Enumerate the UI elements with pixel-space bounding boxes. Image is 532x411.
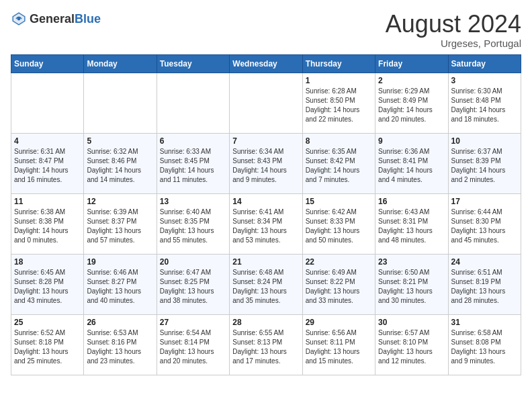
calendar-row: 25Sunrise: 6:52 AM Sunset: 8:18 PM Dayli… [11,314,521,375]
day-number: 20 [160,257,226,267]
col-sunday: Sunday [11,54,84,73]
day-info: Sunrise: 6:42 AM Sunset: 8:33 PM Dayligh… [306,208,372,245]
day-number: 19 [87,257,153,267]
calendar-cell: 26Sunrise: 6:53 AM Sunset: 8:16 PM Dayli… [84,314,157,375]
day-number: 21 [232,257,299,267]
calendar-cell: 31Sunrise: 6:58 AM Sunset: 8:08 PM Dayli… [448,314,521,375]
calendar-cell: 10Sunrise: 6:37 AM Sunset: 8:39 PM Dayli… [448,133,521,193]
calendar-header: Sunday Monday Tuesday Wednesday Thursday… [11,54,521,73]
day-number: 26 [87,318,153,327]
day-number: 29 [306,318,372,327]
title-area: August 2024 Urgeses, Portugal [386,11,521,49]
day-info: Sunrise: 6:39 AM Sunset: 8:37 PM Dayligh… [87,208,153,245]
calendar-cell: 27Sunrise: 6:54 AM Sunset: 8:14 PM Dayli… [157,314,229,375]
day-info: Sunrise: 6:40 AM Sunset: 8:35 PM Dayligh… [160,208,226,245]
calendar-cell: 5Sunrise: 6:32 AM Sunset: 8:46 PM Daylig… [84,133,157,193]
logo-icon [11,11,27,27]
calendar-row: 18Sunrise: 6:45 AM Sunset: 8:28 PM Dayli… [11,254,521,314]
logo-text: GeneralBlue [30,12,101,26]
day-number: 13 [160,197,226,206]
day-info: Sunrise: 6:55 AM Sunset: 8:13 PM Dayligh… [232,328,299,366]
logo-blue: Blue [75,12,101,26]
day-info: Sunrise: 6:53 AM Sunset: 8:16 PM Dayligh… [87,328,153,366]
calendar-cell: 23Sunrise: 6:50 AM Sunset: 8:21 PM Dayli… [375,254,448,314]
day-number: 6 [160,136,226,146]
day-number: 16 [378,197,445,206]
day-info: Sunrise: 6:38 AM Sunset: 8:38 PM Dayligh… [14,208,81,245]
day-number: 2 [378,76,445,85]
calendar-cell: 30Sunrise: 6:57 AM Sunset: 8:10 PM Dayli… [375,314,448,375]
day-info: Sunrise: 6:34 AM Sunset: 8:43 PM Dayligh… [232,147,299,185]
day-info: Sunrise: 6:29 AM Sunset: 8:49 PM Dayligh… [378,87,445,124]
day-info: Sunrise: 6:49 AM Sunset: 8:22 PM Dayligh… [306,268,372,306]
calendar-cell [230,73,302,133]
col-friday: Friday [375,54,448,73]
calendar-cell: 1Sunrise: 6:28 AM Sunset: 8:50 PM Daylig… [302,73,375,133]
calendar-body: 1Sunrise: 6:28 AM Sunset: 8:50 PM Daylig… [11,73,521,375]
day-number: 22 [306,257,372,267]
svg-point-2 [17,17,21,21]
main-title: August 2024 [386,11,521,38]
day-info: Sunrise: 6:37 AM Sunset: 8:39 PM Dayligh… [451,147,518,185]
col-saturday: Saturday [448,54,521,73]
header-row: Sunday Monday Tuesday Wednesday Thursday… [11,54,521,73]
day-number: 18 [14,257,81,267]
day-number: 24 [451,257,518,267]
calendar-cell: 19Sunrise: 6:46 AM Sunset: 8:27 PM Dayli… [84,254,157,314]
day-info: Sunrise: 6:44 AM Sunset: 8:30 PM Dayligh… [451,208,518,245]
day-info: Sunrise: 6:31 AM Sunset: 8:47 PM Dayligh… [14,147,81,185]
day-number: 3 [451,76,518,85]
day-number: 31 [451,318,518,327]
day-info: Sunrise: 6:41 AM Sunset: 8:34 PM Dayligh… [232,208,299,245]
calendar-table: Sunday Monday Tuesday Wednesday Thursday… [11,54,521,375]
calendar-cell: 24Sunrise: 6:51 AM Sunset: 8:19 PM Dayli… [448,254,521,314]
calendar-cell: 7Sunrise: 6:34 AM Sunset: 8:43 PM Daylig… [230,133,302,193]
day-info: Sunrise: 6:43 AM Sunset: 8:31 PM Dayligh… [378,208,445,245]
day-number: 27 [160,318,226,327]
calendar-cell: 3Sunrise: 6:30 AM Sunset: 8:48 PM Daylig… [448,73,521,133]
calendar-cell: 29Sunrise: 6:56 AM Sunset: 8:11 PM Dayli… [302,314,375,375]
calendar-cell [84,73,157,133]
calendar-cell: 11Sunrise: 6:38 AM Sunset: 8:38 PM Dayli… [11,193,84,254]
header: GeneralBlue August 2024 Urgeses, Portuga… [11,11,521,49]
calendar-cell [157,73,229,133]
calendar-cell: 15Sunrise: 6:42 AM Sunset: 8:33 PM Dayli… [302,193,375,254]
day-number: 5 [87,136,153,146]
calendar-cell: 16Sunrise: 6:43 AM Sunset: 8:31 PM Dayli… [375,193,448,254]
day-info: Sunrise: 6:52 AM Sunset: 8:18 PM Dayligh… [14,328,81,366]
calendar-cell: 13Sunrise: 6:40 AM Sunset: 8:35 PM Dayli… [157,193,229,254]
calendar-cell: 25Sunrise: 6:52 AM Sunset: 8:18 PM Dayli… [11,314,84,375]
day-info: Sunrise: 6:33 AM Sunset: 8:45 PM Dayligh… [160,147,226,185]
day-number: 11 [14,197,81,206]
day-info: Sunrise: 6:30 AM Sunset: 8:48 PM Dayligh… [451,87,518,124]
calendar-row: 4Sunrise: 6:31 AM Sunset: 8:47 PM Daylig… [11,133,521,193]
calendar-cell: 28Sunrise: 6:55 AM Sunset: 8:13 PM Dayli… [230,314,302,375]
calendar-cell: 14Sunrise: 6:41 AM Sunset: 8:34 PM Dayli… [230,193,302,254]
calendar-cell: 18Sunrise: 6:45 AM Sunset: 8:28 PM Dayli… [11,254,84,314]
day-info: Sunrise: 6:51 AM Sunset: 8:19 PM Dayligh… [451,268,518,306]
day-info: Sunrise: 6:58 AM Sunset: 8:08 PM Dayligh… [451,328,518,366]
day-info: Sunrise: 6:35 AM Sunset: 8:42 PM Dayligh… [306,147,372,185]
day-number: 4 [14,136,81,146]
calendar-cell: 4Sunrise: 6:31 AM Sunset: 8:47 PM Daylig… [11,133,84,193]
logo: GeneralBlue [11,11,101,27]
col-wednesday: Wednesday [230,54,302,73]
day-number: 7 [232,136,299,146]
day-info: Sunrise: 6:47 AM Sunset: 8:25 PM Dayligh… [160,268,226,306]
day-number: 23 [378,257,445,267]
calendar-cell: 12Sunrise: 6:39 AM Sunset: 8:37 PM Dayli… [84,193,157,254]
col-thursday: Thursday [302,54,375,73]
calendar-cell: 8Sunrise: 6:35 AM Sunset: 8:42 PM Daylig… [302,133,375,193]
calendar-row: 1Sunrise: 6:28 AM Sunset: 8:50 PM Daylig… [11,73,521,133]
logo-general: General [30,12,75,26]
day-number: 15 [306,197,372,206]
calendar-cell: 21Sunrise: 6:48 AM Sunset: 8:24 PM Dayli… [230,254,302,314]
calendar-cell: 9Sunrise: 6:36 AM Sunset: 8:41 PM Daylig… [375,133,448,193]
calendar-cell [11,73,84,133]
day-number: 8 [306,136,372,146]
day-info: Sunrise: 6:57 AM Sunset: 8:10 PM Dayligh… [378,328,445,366]
day-info: Sunrise: 6:54 AM Sunset: 8:14 PM Dayligh… [160,328,226,366]
calendar-cell: 20Sunrise: 6:47 AM Sunset: 8:25 PM Dayli… [157,254,229,314]
day-info: Sunrise: 6:45 AM Sunset: 8:28 PM Dayligh… [14,268,81,306]
day-number: 17 [451,197,518,206]
